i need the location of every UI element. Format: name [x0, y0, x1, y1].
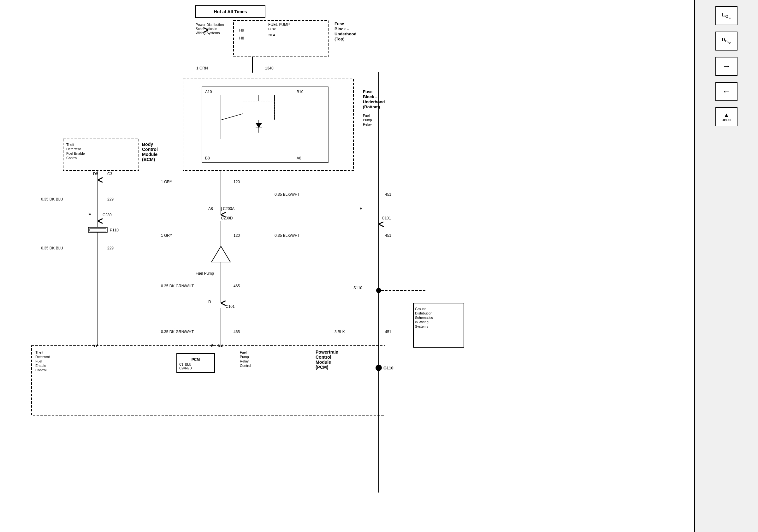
wire-35dkblu-bot-num: 229	[107, 246, 114, 250]
svg-rect-63	[89, 229, 106, 231]
connector-c200d-label: C200D	[221, 216, 233, 220]
wire-35dkgrn-bot-num: 465	[233, 330, 240, 334]
svg-marker-37	[211, 246, 230, 262]
g110-symbol	[375, 365, 382, 371]
c101-top-label: C101	[382, 216, 391, 220]
svg-marker-21	[256, 123, 262, 128]
svg-text:Wiring Systems: Wiring Systems	[196, 31, 220, 35]
prev-icon[interactable]: ←	[715, 82, 738, 101]
svg-text:Fuse: Fuse	[268, 27, 276, 31]
power-dist-label: Power Distribution	[196, 23, 224, 26]
svg-text:Control: Control	[35, 368, 47, 372]
wire-35blkwht-top-num: 451	[385, 192, 391, 197]
fuel-pump-label: Fuel Pump	[196, 271, 214, 276]
svg-line-17	[221, 114, 243, 120]
svg-text:Enable: Enable	[35, 364, 46, 368]
svg-text:Fuel Enable: Fuel Enable	[66, 152, 85, 155]
a10-label: A10	[205, 90, 212, 94]
wire-35dkgrn-bot-label: 0.35 DK GRN/WHT	[161, 330, 194, 334]
b8-label: B8	[205, 156, 210, 160]
svg-text:Underhood: Underhood	[363, 99, 385, 104]
h8-label: H8	[239, 36, 244, 40]
connector-c2-label: C2	[218, 343, 223, 348]
svg-text:Block –: Block –	[334, 26, 349, 31]
p110-label: P110	[110, 228, 119, 232]
s110-label: S110	[354, 286, 362, 290]
wire-35blkwht-bot-num: 451	[385, 233, 391, 238]
h-connector-label: H	[360, 206, 362, 211]
bcm-inner-label: Theft	[66, 143, 74, 147]
svg-text:Control: Control	[240, 364, 251, 368]
svg-text:Systems: Systems	[415, 325, 429, 328]
wire-1gry-bot-num: 120	[233, 233, 240, 238]
fuel-pump-fuse-label: FUEL PUMP	[268, 22, 290, 27]
svg-text:(Top): (Top)	[334, 37, 345, 41]
next-icon[interactable]: →	[715, 57, 738, 76]
wire-1gry-bot-label: 1 GRY	[161, 233, 172, 238]
bcm-label: Body	[142, 142, 153, 147]
wire-35dkblu-top-label: 0.35 DK BLU	[41, 197, 63, 201]
svg-text:Control: Control	[66, 156, 77, 160]
pin30-label: 30	[93, 343, 98, 348]
wire-3blk-num: 451	[385, 330, 391, 334]
b10-label: B10	[297, 90, 304, 94]
connector-a8-label: A8	[208, 206, 213, 211]
svg-text:Fuel: Fuel	[363, 114, 369, 118]
svg-text:Relay: Relay	[240, 359, 249, 363]
sidebar: LOC DESC → ← ▲ OBD II	[694, 0, 758, 532]
h9-label: H9	[239, 28, 244, 32]
schematic-svg: Hot at All Times Power Distribution Sche…	[0, 0, 694, 532]
loc-icon[interactable]: LOC	[715, 6, 738, 25]
pcm-box-label: PCM	[191, 357, 200, 362]
wire-1orn-num: 1340	[265, 66, 274, 70]
wire-35dkgrn-top-label: 0.35 DK GRN/WHT	[161, 284, 194, 288]
d-connector-label: D	[208, 300, 211, 304]
c3-label: C3	[107, 172, 112, 176]
svg-text:(PCM): (PCM)	[316, 365, 328, 370]
wire-1gry-top-label: 1 GRY	[161, 180, 172, 184]
svg-text:Pump: Pump	[363, 118, 372, 122]
svg-text:Module: Module	[142, 152, 157, 157]
svg-rect-65	[32, 346, 385, 415]
fuse-block-bottom-label: Fuse	[363, 89, 372, 94]
svg-text:Fuel: Fuel	[35, 359, 42, 363]
svg-text:20 A: 20 A	[268, 33, 275, 37]
svg-text:(Bottom): (Bottom)	[363, 104, 380, 109]
svg-text:Pump: Pump	[240, 355, 249, 359]
pcm-c2-label: C2=RED	[179, 367, 192, 370]
wire-1orn-label: 1 ORN	[196, 66, 208, 70]
e-connector-label: E	[88, 211, 91, 216]
obd-label: OBD II	[722, 119, 732, 122]
wire-35dkblu-bot-label: 0.35 DK BLU	[41, 246, 63, 250]
pcm-c1-label: C1=BLU	[179, 363, 191, 366]
svg-text:Relay: Relay	[363, 123, 372, 126]
d8-label: D8	[93, 172, 98, 176]
svg-text:Underhood: Underhood	[334, 32, 356, 36]
fuse-block-top-label: Fuse	[334, 21, 344, 26]
pcm-relay-control-label: Fuel	[240, 350, 247, 354]
svg-text:Deterrent: Deterrent	[66, 147, 81, 151]
svg-text:| C200A: | C200A	[221, 206, 234, 211]
obd-icon[interactable]: ▲ OBD II	[715, 107, 738, 126]
a8-label-top: A8	[297, 156, 301, 160]
svg-rect-62	[88, 227, 107, 232]
svg-text:Module: Module	[316, 360, 331, 365]
svg-rect-14	[243, 101, 275, 120]
svg-text:Deterrent: Deterrent	[35, 355, 50, 359]
c230-label: C230	[103, 213, 112, 217]
pcm-full-label: Powertrain	[316, 349, 338, 355]
svg-text:(BCM): (BCM)	[142, 157, 155, 162]
diagram-area: Hot at All Times Power Distribution Sche…	[0, 0, 694, 532]
wire-35blkwht-top-label: 0.35 BLK/WHT	[275, 192, 300, 197]
wire-35dkblu-top-num: 229	[107, 197, 114, 201]
wire-35blkwht-bot-label: 0.35 BLK/WHT	[275, 233, 300, 238]
svg-text:in Wiring: in Wiring	[415, 320, 429, 324]
ground-dist-label: Ground	[415, 307, 427, 311]
svg-text:Control: Control	[316, 355, 331, 360]
svg-text:Control: Control	[142, 147, 158, 152]
hot-at-all-times-label: Hot at All Times	[214, 9, 247, 14]
c101-bot-label: C101	[225, 304, 235, 309]
desc-icon[interactable]: DESC	[715, 32, 738, 51]
svg-text:Schematics: Schematics	[415, 316, 433, 320]
svg-text:Distribution: Distribution	[415, 311, 432, 315]
